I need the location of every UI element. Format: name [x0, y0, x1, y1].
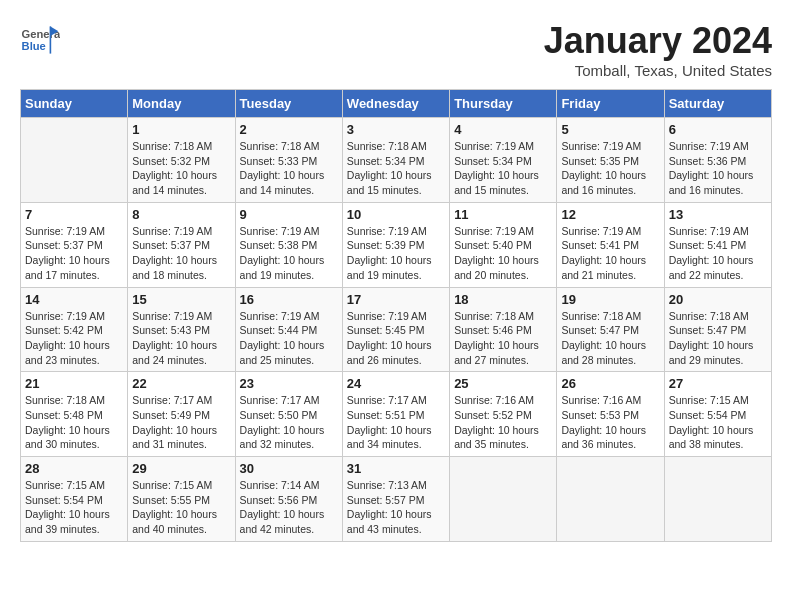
day-info: Sunrise: 7:18 AMSunset: 5:47 PMDaylight:…	[561, 309, 659, 368]
day-info: Sunrise: 7:19 AMSunset: 5:39 PMDaylight:…	[347, 224, 445, 283]
logo-icon: General Blue	[20, 20, 60, 60]
calendar-cell: 11Sunrise: 7:19 AMSunset: 5:40 PMDayligh…	[450, 202, 557, 287]
calendar-cell: 16Sunrise: 7:19 AMSunset: 5:44 PMDayligh…	[235, 287, 342, 372]
day-number: 23	[240, 376, 338, 391]
day-info: Sunrise: 7:19 AMSunset: 5:45 PMDaylight:…	[347, 309, 445, 368]
calendar-table: SundayMondayTuesdayWednesdayThursdayFrid…	[20, 89, 772, 542]
page-header: General Blue January 2024 Tomball, Texas…	[20, 20, 772, 79]
calendar-week-row: 14Sunrise: 7:19 AMSunset: 5:42 PMDayligh…	[21, 287, 772, 372]
day-info: Sunrise: 7:19 AMSunset: 5:43 PMDaylight:…	[132, 309, 230, 368]
day-number: 30	[240, 461, 338, 476]
day-number: 3	[347, 122, 445, 137]
calendar-cell: 6Sunrise: 7:19 AMSunset: 5:36 PMDaylight…	[664, 118, 771, 203]
weekday-header-cell: Sunday	[21, 90, 128, 118]
day-number: 12	[561, 207, 659, 222]
calendar-cell: 20Sunrise: 7:18 AMSunset: 5:47 PMDayligh…	[664, 287, 771, 372]
day-number: 13	[669, 207, 767, 222]
day-info: Sunrise: 7:19 AMSunset: 5:38 PMDaylight:…	[240, 224, 338, 283]
calendar-cell	[664, 457, 771, 542]
calendar-cell: 31Sunrise: 7:13 AMSunset: 5:57 PMDayligh…	[342, 457, 449, 542]
weekday-header-cell: Monday	[128, 90, 235, 118]
day-number: 4	[454, 122, 552, 137]
day-info: Sunrise: 7:18 AMSunset: 5:34 PMDaylight:…	[347, 139, 445, 198]
calendar-cell: 23Sunrise: 7:17 AMSunset: 5:50 PMDayligh…	[235, 372, 342, 457]
day-number: 11	[454, 207, 552, 222]
day-info: Sunrise: 7:18 AMSunset: 5:48 PMDaylight:…	[25, 393, 123, 452]
calendar-cell	[557, 457, 664, 542]
day-info: Sunrise: 7:16 AMSunset: 5:52 PMDaylight:…	[454, 393, 552, 452]
day-info: Sunrise: 7:19 AMSunset: 5:35 PMDaylight:…	[561, 139, 659, 198]
weekday-header-cell: Tuesday	[235, 90, 342, 118]
day-info: Sunrise: 7:16 AMSunset: 5:53 PMDaylight:…	[561, 393, 659, 452]
calendar-cell: 9Sunrise: 7:19 AMSunset: 5:38 PMDaylight…	[235, 202, 342, 287]
day-number: 26	[561, 376, 659, 391]
day-number: 16	[240, 292, 338, 307]
day-number: 15	[132, 292, 230, 307]
calendar-cell: 1Sunrise: 7:18 AMSunset: 5:32 PMDaylight…	[128, 118, 235, 203]
day-number: 24	[347, 376, 445, 391]
day-number: 6	[669, 122, 767, 137]
calendar-cell: 18Sunrise: 7:18 AMSunset: 5:46 PMDayligh…	[450, 287, 557, 372]
day-info: Sunrise: 7:19 AMSunset: 5:44 PMDaylight:…	[240, 309, 338, 368]
day-info: Sunrise: 7:19 AMSunset: 5:41 PMDaylight:…	[669, 224, 767, 283]
calendar-cell: 25Sunrise: 7:16 AMSunset: 5:52 PMDayligh…	[450, 372, 557, 457]
calendar-cell: 14Sunrise: 7:19 AMSunset: 5:42 PMDayligh…	[21, 287, 128, 372]
calendar-cell: 30Sunrise: 7:14 AMSunset: 5:56 PMDayligh…	[235, 457, 342, 542]
weekday-header-cell: Saturday	[664, 90, 771, 118]
day-info: Sunrise: 7:15 AMSunset: 5:54 PMDaylight:…	[669, 393, 767, 452]
calendar-cell: 8Sunrise: 7:19 AMSunset: 5:37 PMDaylight…	[128, 202, 235, 287]
day-number: 5	[561, 122, 659, 137]
day-number: 31	[347, 461, 445, 476]
weekday-header-row: SundayMondayTuesdayWednesdayThursdayFrid…	[21, 90, 772, 118]
calendar-week-row: 21Sunrise: 7:18 AMSunset: 5:48 PMDayligh…	[21, 372, 772, 457]
day-number: 19	[561, 292, 659, 307]
svg-text:Blue: Blue	[22, 40, 46, 52]
calendar-week-row: 1Sunrise: 7:18 AMSunset: 5:32 PMDaylight…	[21, 118, 772, 203]
day-info: Sunrise: 7:15 AMSunset: 5:55 PMDaylight:…	[132, 478, 230, 537]
day-number: 10	[347, 207, 445, 222]
day-info: Sunrise: 7:19 AMSunset: 5:37 PMDaylight:…	[132, 224, 230, 283]
title-block: January 2024 Tomball, Texas, United Stat…	[544, 20, 772, 79]
calendar-cell: 24Sunrise: 7:17 AMSunset: 5:51 PMDayligh…	[342, 372, 449, 457]
day-info: Sunrise: 7:14 AMSunset: 5:56 PMDaylight:…	[240, 478, 338, 537]
calendar-cell: 17Sunrise: 7:19 AMSunset: 5:45 PMDayligh…	[342, 287, 449, 372]
weekday-header-cell: Thursday	[450, 90, 557, 118]
day-number: 8	[132, 207, 230, 222]
calendar-cell: 15Sunrise: 7:19 AMSunset: 5:43 PMDayligh…	[128, 287, 235, 372]
calendar-cell: 29Sunrise: 7:15 AMSunset: 5:55 PMDayligh…	[128, 457, 235, 542]
day-info: Sunrise: 7:18 AMSunset: 5:47 PMDaylight:…	[669, 309, 767, 368]
day-number: 2	[240, 122, 338, 137]
day-info: Sunrise: 7:19 AMSunset: 5:36 PMDaylight:…	[669, 139, 767, 198]
day-number: 28	[25, 461, 123, 476]
day-number: 7	[25, 207, 123, 222]
calendar-cell	[21, 118, 128, 203]
day-info: Sunrise: 7:19 AMSunset: 5:41 PMDaylight:…	[561, 224, 659, 283]
weekday-header-cell: Friday	[557, 90, 664, 118]
day-number: 22	[132, 376, 230, 391]
day-number: 14	[25, 292, 123, 307]
calendar-week-row: 28Sunrise: 7:15 AMSunset: 5:54 PMDayligh…	[21, 457, 772, 542]
day-info: Sunrise: 7:15 AMSunset: 5:54 PMDaylight:…	[25, 478, 123, 537]
calendar-cell: 21Sunrise: 7:18 AMSunset: 5:48 PMDayligh…	[21, 372, 128, 457]
calendar-cell: 4Sunrise: 7:19 AMSunset: 5:34 PMDaylight…	[450, 118, 557, 203]
calendar-cell: 10Sunrise: 7:19 AMSunset: 5:39 PMDayligh…	[342, 202, 449, 287]
day-number: 18	[454, 292, 552, 307]
calendar-cell: 27Sunrise: 7:15 AMSunset: 5:54 PMDayligh…	[664, 372, 771, 457]
calendar-cell: 5Sunrise: 7:19 AMSunset: 5:35 PMDaylight…	[557, 118, 664, 203]
day-info: Sunrise: 7:13 AMSunset: 5:57 PMDaylight:…	[347, 478, 445, 537]
calendar-cell: 13Sunrise: 7:19 AMSunset: 5:41 PMDayligh…	[664, 202, 771, 287]
calendar-cell	[450, 457, 557, 542]
calendar-cell: 12Sunrise: 7:19 AMSunset: 5:41 PMDayligh…	[557, 202, 664, 287]
calendar-cell: 28Sunrise: 7:15 AMSunset: 5:54 PMDayligh…	[21, 457, 128, 542]
calendar-week-row: 7Sunrise: 7:19 AMSunset: 5:37 PMDaylight…	[21, 202, 772, 287]
location: Tomball, Texas, United States	[544, 62, 772, 79]
day-number: 20	[669, 292, 767, 307]
day-info: Sunrise: 7:19 AMSunset: 5:34 PMDaylight:…	[454, 139, 552, 198]
day-info: Sunrise: 7:18 AMSunset: 5:32 PMDaylight:…	[132, 139, 230, 198]
day-info: Sunrise: 7:17 AMSunset: 5:49 PMDaylight:…	[132, 393, 230, 452]
day-info: Sunrise: 7:17 AMSunset: 5:51 PMDaylight:…	[347, 393, 445, 452]
day-number: 25	[454, 376, 552, 391]
calendar-cell: 3Sunrise: 7:18 AMSunset: 5:34 PMDaylight…	[342, 118, 449, 203]
day-info: Sunrise: 7:18 AMSunset: 5:33 PMDaylight:…	[240, 139, 338, 198]
day-info: Sunrise: 7:17 AMSunset: 5:50 PMDaylight:…	[240, 393, 338, 452]
